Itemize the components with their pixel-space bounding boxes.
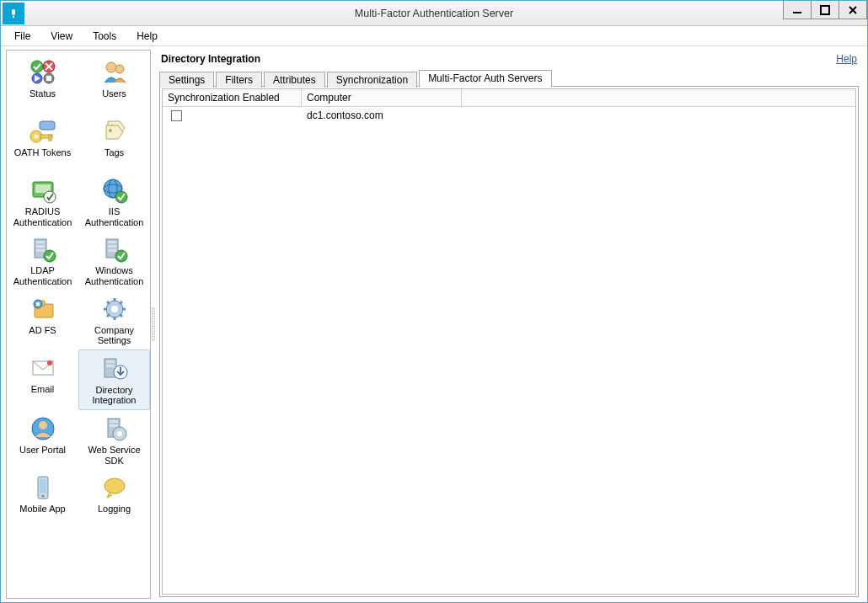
grid-row[interactable]: dc1.contoso.com: [163, 107, 855, 124]
servers-grid: Synchronization Enabled Computer dc1.con…: [162, 88, 856, 595]
column-computer[interactable]: Computer: [302, 89, 462, 106]
svg-rect-17: [40, 121, 55, 130]
logging-icon: [101, 474, 128, 501]
svg-rect-32: [36, 241, 45, 243]
nav-users[interactable]: Users: [78, 54, 150, 113]
tab-synchronization[interactable]: Synchronization: [327, 72, 417, 88]
svg-rect-65: [110, 424, 118, 427]
svg-point-71: [104, 478, 125, 494]
tab-attributes[interactable]: Attributes: [264, 72, 325, 88]
svg-line-52: [120, 314, 122, 317]
svg-line-53: [120, 302, 122, 304]
minimize-button[interactable]: [783, 1, 812, 19]
tag-icon: [101, 118, 128, 145]
nav-email[interactable]: Email: [7, 350, 78, 410]
svg-rect-33: [36, 245, 45, 248]
nav-iis-authentication[interactable]: IIS Authentication: [78, 172, 150, 231]
svg-rect-21: [49, 135, 51, 141]
svg-rect-34: [36, 249, 45, 252]
svg-rect-14: [46, 76, 51, 81]
content-area: Directory Integration Help Settings Filt…: [156, 46, 867, 602]
tab-body: Synchronization Enabled Computer dc1.con…: [159, 86, 859, 597]
svg-rect-44: [36, 302, 40, 306]
tab-mfa-servers[interactable]: Multi-Factor Auth Servers: [419, 70, 551, 87]
svg-point-23: [109, 129, 112, 132]
adfs-icon: [29, 296, 56, 323]
window-title: Multi-Factor Authentication Server: [1, 8, 867, 19]
svg-line-51: [107, 302, 110, 304]
nav-windows-authentication[interactable]: Windows Authentication: [78, 231, 150, 290]
menu-file[interactable]: File: [6, 28, 39, 45]
gear-icon: [101, 296, 128, 323]
nav-company-settings[interactable]: Company Settings: [78, 291, 150, 350]
menubar: File View Tools Help: [1, 26, 867, 46]
nav-directory-integration[interactable]: Directory Integration: [78, 350, 150, 410]
nav-logging[interactable]: Logging: [78, 469, 150, 528]
nav-web-service-sdk[interactable]: Web Service SDK: [78, 410, 150, 469]
svg-rect-59: [106, 365, 115, 367]
svg-rect-58: [106, 360, 115, 363]
windows-auth-icon: [101, 236, 128, 263]
svg-point-46: [111, 306, 118, 312]
svg-point-67: [117, 431, 122, 436]
svg-point-7: [31, 61, 43, 72]
directory-integration-icon: [101, 355, 128, 382]
nav-ldap-authentication[interactable]: LDAP Authentication: [7, 231, 78, 290]
nav-adfs[interactable]: AD FS: [7, 291, 78, 350]
sync-enabled-checkbox[interactable]: [171, 110, 182, 121]
svg-rect-4: [821, 6, 829, 14]
tab-filters[interactable]: Filters: [216, 72, 262, 88]
svg-line-54: [107, 314, 110, 317]
maximize-button[interactable]: [811, 1, 839, 19]
svg-rect-1: [12, 9, 15, 15]
radius-icon: [29, 177, 56, 204]
titlebar: Multi-Factor Authentication Server: [1, 1, 867, 26]
tabstrip: Settings Filters Attributes Synchronizat…: [159, 68, 859, 87]
menu-help[interactable]: Help: [128, 28, 166, 45]
column-spacer: [462, 89, 855, 106]
svg-rect-64: [110, 420, 118, 423]
svg-point-2: [13, 15, 14, 17]
nav-radius-authentication[interactable]: RADIUS Authentication: [7, 172, 78, 231]
app-icon: [3, 3, 24, 24]
svg-point-15: [106, 62, 116, 72]
side-panel: Status Users OATH Tokens Tags RADIUS Aut…: [6, 50, 151, 599]
page-title: Directory Integration: [161, 53, 260, 65]
nav-oath-tokens[interactable]: OATH Tokens: [7, 113, 78, 172]
menu-view[interactable]: View: [42, 28, 81, 45]
nav-user-portal[interactable]: User Portal: [7, 410, 78, 469]
svg-point-19: [34, 135, 38, 139]
column-sync-enabled[interactable]: Synchronization Enabled: [163, 89, 302, 106]
cell-computer: dc1.contoso.com: [302, 108, 462, 123]
svg-rect-69: [40, 479, 46, 493]
menu-tools[interactable]: Tools: [84, 28, 125, 45]
svg-point-70: [41, 495, 44, 498]
svg-point-16: [115, 65, 124, 73]
key-icon: [29, 118, 56, 145]
email-icon: [29, 355, 56, 382]
iis-icon: [101, 177, 128, 204]
svg-rect-37: [108, 241, 116, 243]
help-link[interactable]: Help: [836, 53, 857, 65]
mobile-icon: [29, 474, 56, 501]
nav-status[interactable]: Status: [7, 54, 78, 113]
close-button[interactable]: [839, 1, 867, 19]
tab-settings[interactable]: Settings: [159, 72, 214, 88]
svg-rect-3: [793, 12, 801, 13]
svg-point-56: [47, 360, 52, 366]
svg-point-62: [39, 421, 47, 430]
nav-mobile-app[interactable]: Mobile App: [7, 469, 78, 528]
svg-rect-39: [108, 249, 116, 252]
svg-rect-38: [108, 245, 116, 248]
sdk-icon: [101, 415, 128, 442]
user-portal-icon: [29, 415, 56, 442]
nav-tags[interactable]: Tags: [78, 113, 150, 172]
ldap-icon: [29, 236, 56, 263]
users-icon: [101, 59, 128, 86]
status-icon: [29, 59, 56, 86]
